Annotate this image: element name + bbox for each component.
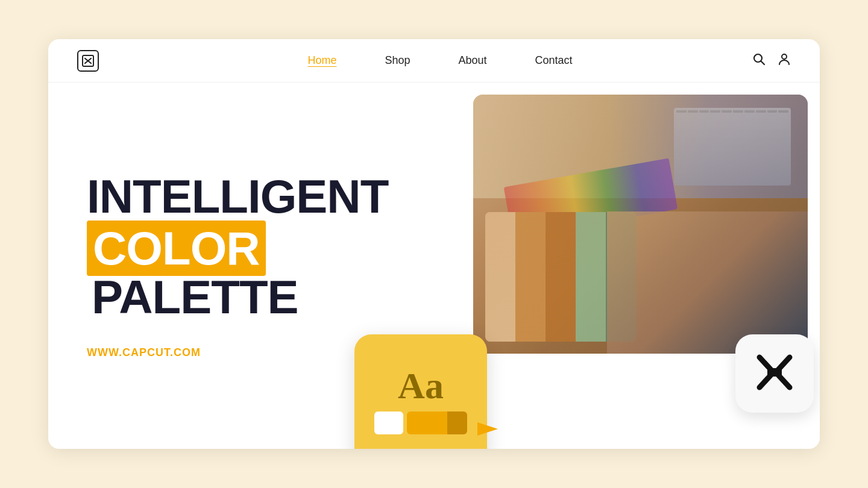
hero-title: INTELLIGENT COLOR PALETTE bbox=[87, 172, 441, 323]
capcut-logo bbox=[750, 348, 799, 399]
svg-marker-7 bbox=[477, 422, 498, 436]
photo-depth bbox=[473, 95, 808, 354]
logo-area[interactable] bbox=[77, 50, 99, 72]
main-window: Home Shop About Contact bbox=[48, 39, 820, 449]
hero-section: INTELLIGENT COLOR PALETTE WWW.CAPCUT.COM bbox=[48, 83, 820, 449]
nav-link-about[interactable]: About bbox=[458, 54, 486, 67]
title-highlight: COLOR bbox=[87, 221, 266, 276]
logo-icon bbox=[77, 50, 99, 72]
nav-link-shop[interactable]: Shop bbox=[385, 54, 410, 67]
cursor-arrow-icon bbox=[475, 416, 500, 444]
floating-aa-badge: Aa bbox=[354, 334, 487, 449]
svg-point-5 bbox=[782, 54, 787, 59]
aa-color-swatches bbox=[407, 411, 467, 434]
title-line2: COLOR PALETTE bbox=[87, 224, 441, 323]
aa-text: Aa bbox=[398, 367, 444, 404]
navbar: Home Shop About Contact bbox=[48, 39, 820, 83]
title-line1: INTELLIGENT bbox=[87, 170, 388, 223]
hero-right bbox=[470, 83, 820, 449]
nav-link-contact[interactable]: Contact bbox=[535, 54, 573, 67]
nav-actions bbox=[752, 52, 791, 69]
aa-dark-gold-swatch bbox=[447, 411, 467, 434]
hero-image-container bbox=[473, 95, 808, 354]
nav-links: Home Shop About Contact bbox=[128, 54, 752, 67]
aa-gold-swatch bbox=[407, 411, 447, 434]
floating-capcut-badge bbox=[735, 334, 814, 413]
nav-link-home[interactable]: Home bbox=[307, 54, 336, 67]
svg-rect-6 bbox=[767, 368, 782, 377]
title-palette: PALETTE bbox=[92, 271, 298, 324]
svg-line-4 bbox=[761, 61, 765, 64]
user-icon[interactable] bbox=[778, 52, 791, 69]
aa-palette bbox=[374, 411, 467, 434]
search-icon[interactable] bbox=[752, 52, 766, 69]
aa-white-swatch bbox=[374, 411, 403, 434]
